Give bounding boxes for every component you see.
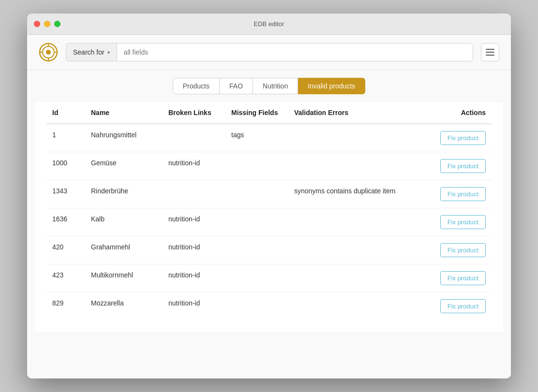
cell-validation-errors (288, 264, 429, 292)
tab-fao[interactable]: FAO (220, 78, 253, 94)
cell-actions: Fix product (429, 180, 492, 208)
cell-actions: Fix product (429, 292, 492, 320)
fix-product-button[interactable]: Fix product (440, 187, 486, 201)
col-header-name: Name (85, 102, 163, 124)
cell-actions: Fix product (429, 152, 492, 180)
titlebar: EDB editor (27, 14, 511, 35)
fix-product-button[interactable]: Fix product (440, 215, 486, 229)
search-for-label: Search for (73, 48, 105, 56)
cell-missing-fields (225, 292, 288, 320)
cell-name: Kalb (85, 208, 163, 236)
cell-name: Nahrungsmittel (85, 124, 163, 152)
hamburger-icon (486, 49, 494, 56)
cell-missing-fields (225, 236, 288, 264)
cell-missing-fields (225, 264, 288, 292)
table-container: Id Name Broken Links Missing Fields Vali… (35, 102, 503, 332)
tab-nutrition[interactable]: Nutrition (253, 78, 298, 94)
col-header-actions: Actions (429, 102, 492, 124)
cell-validation-errors (288, 208, 429, 236)
table-row: 1343 Rinderbrühe synonyms contains dupli… (46, 180, 492, 208)
fix-product-button[interactable]: Fix product (440, 159, 486, 173)
cell-id: 829 (46, 292, 85, 320)
cell-actions: Fix product (429, 124, 492, 152)
table-row: 829 Mozzarella nutrition-id Fix product (46, 292, 492, 320)
fix-product-button[interactable]: Fix product (440, 299, 486, 313)
table-header-row: Id Name Broken Links Missing Fields Vali… (46, 102, 492, 124)
cell-broken-links: nutrition-id (163, 264, 225, 292)
cell-name: Multikornmehl (85, 264, 163, 292)
col-header-broken-links: Broken Links (163, 102, 225, 124)
col-header-missing-fields: Missing Fields (225, 102, 288, 124)
cell-validation-errors (288, 152, 429, 180)
tabs-container: Products FAO Nutrition Invalid products (27, 70, 511, 102)
fix-product-button[interactable]: Fix product (440, 243, 486, 257)
cell-broken-links: nutrition-id (163, 292, 225, 320)
cell-missing-fields (225, 152, 288, 180)
cell-actions: Fix product (429, 208, 492, 236)
cell-missing-fields: tags (225, 124, 288, 152)
cell-validation-errors (288, 124, 429, 152)
cell-id: 1343 (46, 180, 85, 208)
menu-button[interactable] (481, 43, 499, 61)
col-header-validation-errors: Validation Errors (288, 102, 429, 124)
table-row: 420 Grahammehl nutrition-id Fix product (46, 236, 492, 264)
table-row: 1636 Kalb nutrition-id Fix product (46, 208, 492, 236)
col-header-id: Id (46, 102, 85, 124)
fix-product-button[interactable]: Fix product (440, 271, 486, 285)
cell-id: 1 (46, 124, 85, 152)
minimize-button[interactable] (44, 21, 50, 27)
tab-products[interactable]: Products (173, 78, 220, 94)
table-row: 1 Nahrungsmittel tags Fix product (46, 124, 492, 152)
maximize-button[interactable] (54, 21, 60, 27)
cell-actions: Fix product (429, 264, 492, 292)
main-window: EDB editor Search for (27, 14, 511, 378)
cell-name: Mozzarella (85, 292, 163, 320)
cell-validation-errors: synonyms contains duplicate item (288, 180, 429, 208)
svg-point-2 (46, 50, 51, 55)
tab-invalid-products[interactable]: Invalid products (298, 78, 365, 94)
cell-broken-links: nutrition-id (163, 152, 225, 180)
table-row: 423 Multikornmehl nutrition-id Fix produ… (46, 264, 492, 292)
cell-broken-links (163, 124, 225, 152)
logo (39, 43, 58, 62)
cell-missing-fields (225, 180, 288, 208)
products-table: Id Name Broken Links Missing Fields Vali… (46, 102, 492, 320)
search-input[interactable] (117, 44, 473, 61)
cell-name: Gemüse (85, 152, 163, 180)
cell-validation-errors (288, 292, 429, 320)
cell-missing-fields (225, 208, 288, 236)
cell-id: 1636 (46, 208, 85, 236)
chevron-down-icon: ▾ (107, 50, 110, 55)
cell-broken-links: nutrition-id (163, 236, 225, 264)
header: Search for ▾ (27, 35, 511, 70)
cell-actions: Fix product (429, 236, 492, 264)
cell-broken-links: nutrition-id (163, 208, 225, 236)
traffic-lights (27, 21, 60, 27)
table-row: 1000 Gemüse nutrition-id Fix product (46, 152, 492, 180)
cell-id: 420 (46, 236, 85, 264)
close-button[interactable] (34, 21, 40, 27)
cell-id: 1000 (46, 152, 85, 180)
cell-validation-errors (288, 236, 429, 264)
window-title: EDB editor (254, 20, 284, 28)
fix-product-button[interactable]: Fix product (440, 131, 486, 145)
search-container: Search for ▾ (66, 43, 473, 61)
cell-name: Rinderbrühe (85, 180, 163, 208)
cell-broken-links (163, 180, 225, 208)
content-area: Search for ▾ Products FAO Nutrition Inva… (27, 35, 511, 378)
cell-name: Grahammehl (85, 236, 163, 264)
search-for-button[interactable]: Search for ▾ (66, 44, 117, 61)
cell-id: 423 (46, 264, 85, 292)
